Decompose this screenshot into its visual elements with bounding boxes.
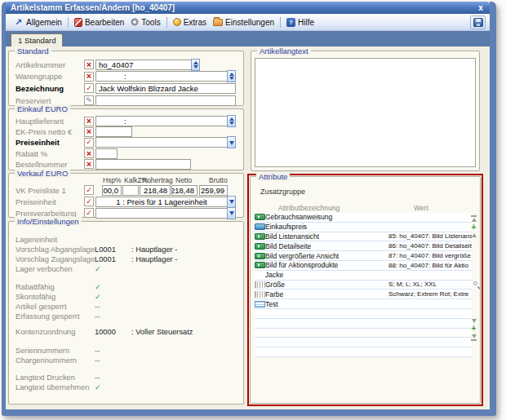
price-attribute-icon <box>255 223 265 230</box>
input-preiseinheit[interactable]: 1 : Preis für 1 Lagereinheit <box>95 197 228 207</box>
input-bezeichnung[interactable]: Jack Wolfskin Blizzard Jacke <box>95 83 236 94</box>
application-window: Artikelstamm Erfassen/Ändern [ho_40407] … <box>2 2 496 416</box>
attribute-value: 87: ho_40407: Bild vergröße <box>388 252 472 259</box>
input-rabatt[interactable] <box>95 148 118 159</box>
attribute-row-empty <box>255 319 472 329</box>
input-artikelnummer[interactable]: ho_40407 <box>95 60 192 70</box>
attribute-row-einkaufspreis[interactable]: Einkaufspreis <box>255 223 472 232</box>
input-preiseinheit[interactable] <box>95 137 228 148</box>
attribute-row-jacke[interactable]: Jacke <box>255 271 472 281</box>
spacer <box>9 274 243 282</box>
attribute-row-test[interactable]: Test <box>255 299 472 309</box>
input-preisverarbeitung[interactable] <box>95 208 228 219</box>
menu-separator <box>68 17 69 28</box>
spin-up-icon <box>193 59 198 64</box>
required-flag-icon <box>84 117 94 126</box>
row-hauptlieferant: Hauptlieferant: <box>9 116 243 126</box>
attribute-row-farbe[interactable]: FarbeSchwarz; Extrem Rot; Extre <box>255 290 472 299</box>
spinner-button[interactable] <box>227 70 236 82</box>
info-label: Vorschlag Zugangslager <box>9 255 95 263</box>
menu-item-label: Allgemein <box>26 18 62 27</box>
input-ek-preis-netto[interactable] <box>95 126 132 137</box>
langtext-input[interactable] <box>255 58 476 167</box>
row-warengruppe: Warengruppe: <box>9 71 243 83</box>
attribute-row-gebrauchsanweisung[interactable]: Gebrauchsanweisung <box>255 213 472 223</box>
price-field-0[interactable]: 100,0 <box>102 185 122 196</box>
required-flag-icon <box>84 127 94 137</box>
input-hauptlieferant[interactable]: : <box>95 116 228 126</box>
field-label: Reserviert <box>9 96 82 105</box>
price-field-1[interactable] <box>122 185 139 196</box>
edit-flag-icon <box>84 95 94 105</box>
required-flag-icon <box>84 72 94 82</box>
price-field-3[interactable]: 218,48 <box>171 185 198 196</box>
menu-item-einstellungen[interactable]: Einstellungen <box>210 17 277 28</box>
price-field-2[interactable]: 218,48 <box>140 185 171 196</box>
group-artikellangtext: Artikellangtext <box>251 51 480 171</box>
column-header-netto: Netto <box>175 176 192 184</box>
spinner-button[interactable] <box>191 59 200 71</box>
tab-strip: 1 Standard <box>6 31 490 46</box>
scroll-down-icon[interactable] <box>472 319 477 323</box>
group-info-title: Info/Einstellungen <box>15 217 82 226</box>
save-button[interactable] <box>470 15 486 29</box>
row-preiseinheit: Preiseinheit1 : Preis für 1 Lagereinheit <box>9 196 243 207</box>
info-label: Kontenzuordnung <box>9 328 95 336</box>
menu-item-allgemein[interactable]: Allgemein <box>10 16 65 28</box>
field-label: EK-Preis netto € <box>9 127 82 136</box>
add-row-icon[interactable] <box>472 224 477 231</box>
search-icon[interactable] <box>473 281 481 289</box>
attribute-name: Gebrauchsanweisung <box>265 213 388 221</box>
menu-item-bearbeiten[interactable]: Bearbeiten <box>71 17 127 28</box>
info-row-langtext-übernehmen: Langtext übernehmen✓ <box>9 382 243 392</box>
spinner-button[interactable] <box>227 115 236 127</box>
menu-item-tools[interactable]: Tools <box>127 17 163 28</box>
menu-item-hilfe[interactable]: Hilfe <box>283 17 317 28</box>
menu-item-label: Hilfe <box>298 18 314 27</box>
attribute-highlight-frame: Attribute Zusatzgruppe Attributbezeichnu… <box>247 174 483 406</box>
dropdown-button[interactable] <box>227 196 236 208</box>
scroll-up-icon[interactable] <box>472 233 477 237</box>
filled-flag-icon <box>84 185 94 195</box>
menu-items: AllgemeinBearbeitenToolsExtrasEinstellun… <box>10 16 317 28</box>
einkauf-rows: Hauptlieferant:EK-Preis netto €Preiseinh… <box>9 109 243 170</box>
attribute-scroll-bottom-controls <box>469 319 478 342</box>
bearbeiten-icon <box>74 18 82 27</box>
field-label: Preisverarbeitung <box>9 209 82 218</box>
menu-item-label: Tools <box>141 18 160 27</box>
image-attribute-icon <box>255 233 265 240</box>
price-field-4[interactable]: 259,99 <box>199 185 228 196</box>
attribute-row-bild-detailseite[interactable]: Bild Detailseite86: ho_40407: Bild Detai… <box>255 241 472 251</box>
group-attribute-title: Attribute <box>256 172 290 181</box>
attribute-name: Farbe <box>265 290 388 298</box>
attribute-row-bild-listenansicht[interactable]: Bild Listenansicht85: ho_40407: Bild Lis… <box>255 232 472 242</box>
input-bestellnummer[interactable] <box>95 159 191 170</box>
group-einkauf-title: Einkauf EURO <box>15 104 70 113</box>
info-label: Erfassung gesperrt <box>9 312 95 321</box>
attribute-value: 86: ho_40407: Bild Detailseit <box>388 242 472 250</box>
scroll-last-icon[interactable] <box>471 334 477 342</box>
dropdown-button[interactable] <box>227 136 236 148</box>
attribute-row-bild-vergrößerte-ansicht[interactable]: Bild vergrößerte Ansicht87: ho_40407: Bi… <box>255 251 472 261</box>
attribute-row-größe[interactable]: GrößeS; M; L; XL; XXL <box>255 281 472 290</box>
scroll-first-icon[interactable] <box>471 214 477 222</box>
info-description-value: : Hauptlager - <box>131 255 177 263</box>
zusatzgruppe-label: Zusatzgruppe <box>260 188 305 196</box>
extras-icon <box>173 18 181 26</box>
close-button[interactable]: x <box>475 2 486 13</box>
input-reserviert[interactable] <box>95 95 236 106</box>
menu-item-extras[interactable]: Extras <box>170 17 210 28</box>
input-warengruppe[interactable]: : <box>95 71 228 82</box>
attribute-row-bild-für-aktionsprodukte[interactable]: Bild für Aktionsprodukte88: ho_40407: Bi… <box>255 261 472 271</box>
add-row-icon[interactable] <box>472 325 477 332</box>
info-row-skontofähig: Skontofähig✓ <box>9 292 243 302</box>
dropdown-button[interactable] <box>227 207 236 219</box>
magnifier-handle <box>477 286 481 290</box>
info-label: Langtext Drucken <box>9 374 95 382</box>
attribute-name: Einkaufspreis <box>265 223 388 231</box>
tab-standard[interactable]: 1 Standard <box>11 33 63 46</box>
menu-item-label: Extras <box>184 18 206 27</box>
info-row-langtext-drucken: Langtext Drucken-- <box>9 373 243 382</box>
info-row-rabattfähig: Rabattfähig✓ <box>9 282 243 292</box>
magnifier-glass <box>473 281 477 285</box>
